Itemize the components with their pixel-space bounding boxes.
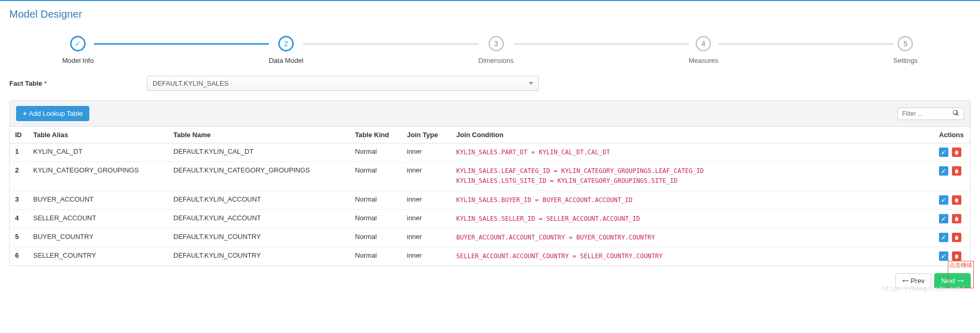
cell-kind: Normal [350,162,402,191]
cell-name: DEFAULT.KYLIN_COUNTRY [168,228,350,247]
delete-button[interactable] [952,251,961,261]
step-measures[interactable]: 4 Measures [689,36,718,64]
cell-name: DEFAULT.KYLIN_ACCOUNT [168,191,350,209]
filter-input[interactable] [902,110,952,117]
col-alias: Table Alias [28,127,168,143]
cell-condition: BUYER_ACCOUNT.ACCOUNT_COUNTRY = BUYER_CO… [451,228,934,247]
fact-table-select[interactable]: DEFAULT.KYLIN_SALES [147,76,539,91]
check-icon: ✓ [70,36,86,51]
delete-button[interactable] [952,148,961,157]
edit-button[interactable] [939,166,948,176]
step-connector [303,43,478,45]
arrow-left-icon: 🡐 [902,277,909,285]
panel-header: + Add Lookup Table [10,101,970,127]
col-name: Table Name [168,127,350,143]
plus-icon: + [23,110,27,117]
step-label: Settings [893,57,918,64]
cell-actions [934,191,970,209]
button-label: Add Lookup Table [29,110,83,117]
cell-kind: Normal [350,209,402,228]
cell-join: inner [402,191,451,209]
cell-condition: SELLER_ACCOUNT.ACCOUNT_COUNTRY = SELLER_… [451,247,934,266]
step-number-icon: 5 [897,36,913,51]
watermark: https://blog.csdn.net/... [882,285,976,292]
cell-kind: Normal [350,228,402,247]
cell-actions [934,143,970,162]
edit-button[interactable] [939,214,948,223]
cell-id: 6 [10,247,28,266]
cell-alias: KYLIN_CAL_DT [28,143,168,162]
cell-id: 4 [10,209,28,228]
col-actions: Actions [934,127,970,143]
wizard-stepper: ✓ Model Info 2 Data Model 3 Dimensions 4… [0,25,980,70]
label-text: Fact Table [9,79,42,87]
filter-box[interactable] [897,108,964,120]
cell-condition: KYLIN_SALES.BUYER_ID = BUYER_ACCOUNT.ACC… [451,191,934,209]
lookup-table: ID Table Alias Table Name Table Kind Joi… [10,127,970,265]
delete-button[interactable] [952,166,961,176]
cell-id: 3 [10,191,28,209]
cell-kind: Normal [350,191,402,209]
lookup-panel: + Add Lookup Table ID Table Alias Table … [9,100,971,266]
cell-join: inner [402,162,451,191]
cell-join: inner [402,209,451,228]
table-row: 1 KYLIN_CAL_DT DEFAULT.KYLIN_CAL_DT Norm… [10,143,970,162]
step-connector [718,43,893,45]
delete-button[interactable] [952,195,961,205]
step-data-model[interactable]: 2 Data Model [269,36,303,64]
cell-condition: KYLIN_SALES.SELLER_ID = SELLER_ACCOUNT.A… [451,209,934,228]
button-label: Prev [911,277,925,285]
cell-alias: KYLIN_CATEGORY_GROUPINGS [28,162,168,191]
cell-actions [934,228,970,247]
cell-name: DEFAULT.KYLIN_COUNTRY [168,247,350,266]
cell-actions [934,209,970,228]
fact-table-row: Fact Table * DEFAULT.KYLIN_SALES [0,70,980,97]
step-number-icon: 4 [696,36,711,51]
table-header-row: ID Table Alias Table Name Table Kind Joi… [10,127,970,143]
edit-button[interactable] [939,195,948,205]
cell-name: DEFAULT.KYLIN_ACCOUNT [168,209,350,228]
cell-join: inner [402,228,451,247]
step-dimensions[interactable]: 3 Dimensions [479,36,514,64]
table-row: 4 SELLER_ACCOUNT DEFAULT.KYLIN_ACCOUNT N… [10,209,970,228]
chevron-down-icon [529,82,533,85]
edit-button[interactable] [939,251,948,261]
edit-button[interactable] [939,148,948,157]
col-join: Join Type [402,127,451,143]
annotation-text: 点击继续 [949,261,972,269]
step-label: Measures [689,57,718,64]
cell-id: 2 [10,162,28,191]
cell-name: DEFAULT.KYLIN_CAL_DT [168,143,350,162]
step-connector [94,43,269,45]
cell-join: inner [402,143,451,162]
cell-condition: KYLIN_SALES.PART_DT = KYLIN_CAL_DT.CAL_D… [451,143,934,162]
edit-button[interactable] [939,233,948,242]
wizard-footer: 🡐 Prev Next 🡒 点击继续 https://blog.csdn.net… [0,266,980,296]
step-label: Model Info [62,57,94,64]
cell-alias: SELLER_COUNTRY [28,247,168,266]
search-icon [952,110,959,118]
delete-button[interactable] [952,214,961,223]
required-asterisk-icon: * [44,79,47,87]
cell-kind: Normal [350,143,402,162]
cell-alias: SELLER_ACCOUNT [28,209,168,228]
step-number-icon: 3 [488,36,504,51]
cell-actions [934,162,970,191]
step-settings[interactable]: 5 Settings [893,36,918,64]
col-id: ID [10,127,28,143]
add-lookup-button[interactable]: + Add Lookup Table [16,106,89,121]
step-label: Dimensions [479,57,514,64]
table-row: 2 KYLIN_CATEGORY_GROUPINGS DEFAULT.KYLIN… [10,162,970,191]
col-kind: Table Kind [350,127,402,143]
cell-condition: KYLIN_SALES.LEAF_CATEG_ID = KYLIN_CATEGO… [451,162,934,191]
table-row: 3 BUYER_ACCOUNT DEFAULT.KYLIN_ACCOUNT No… [10,191,970,209]
col-condition: Join Condition [451,127,934,143]
delete-button[interactable] [952,233,961,242]
cell-id: 1 [10,143,28,162]
select-value: DEFAULT.KYLIN_SALES [153,79,228,87]
annotation-box: 点击继续 [948,261,974,288]
step-model-info[interactable]: ✓ Model Info [62,36,94,64]
table-row: 5 BUYER_COUNTRY DEFAULT.KYLIN_COUNTRY No… [10,228,970,247]
table-row: 6 SELLER_COUNTRY DEFAULT.KYLIN_COUNTRY N… [10,247,970,266]
cell-kind: Normal [350,247,402,266]
